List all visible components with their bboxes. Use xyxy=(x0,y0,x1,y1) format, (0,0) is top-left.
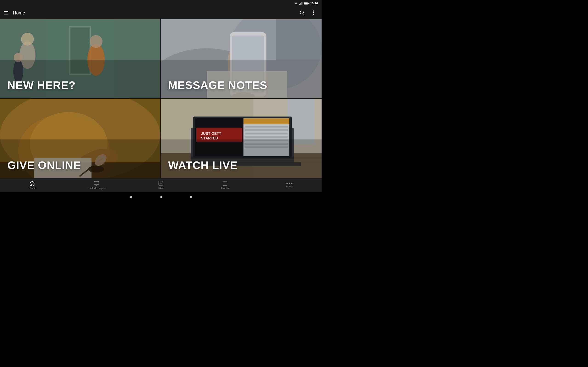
svg-point-8 xyxy=(300,11,303,14)
svg-line-9 xyxy=(303,14,305,15)
search-button[interactable] xyxy=(298,8,307,17)
svg-point-11 xyxy=(313,12,314,14)
svg-point-12 xyxy=(313,14,314,15)
recents-button[interactable]: ■ xyxy=(190,194,192,199)
svg-rect-2 xyxy=(301,2,301,5)
status-icons: 10:26 xyxy=(294,2,318,5)
svg-rect-1 xyxy=(300,3,301,5)
nav-events-label: Events xyxy=(221,187,229,190)
svg-rect-4 xyxy=(302,2,303,5)
status-time: 10:26 xyxy=(310,2,318,5)
nav-home-label: Home xyxy=(29,187,35,190)
back-button[interactable]: ◀ xyxy=(129,194,132,199)
monitor-icon xyxy=(94,181,99,186)
new-here-label: NEW HERE? xyxy=(7,79,76,92)
nav-about[interactable]: About xyxy=(257,181,321,189)
nav-about-label: About xyxy=(286,185,293,188)
message-notes-tile[interactable]: MESSAGE NOTES xyxy=(161,19,321,99)
svg-rect-0 xyxy=(299,4,300,5)
more-vertical-icon xyxy=(313,10,314,15)
svg-point-85 xyxy=(291,183,292,184)
more-dots-icon xyxy=(286,182,293,184)
svg-rect-7 xyxy=(304,2,308,4)
nav-bible-label: Bible xyxy=(158,187,164,190)
wifi-icon xyxy=(294,2,298,5)
signal-icon xyxy=(299,2,303,5)
svg-rect-79 xyxy=(223,182,227,186)
svg-rect-72 xyxy=(161,140,321,178)
watch-live-tile[interactable]: JUST GETT- STARTED WATCH LIVE xyxy=(161,99,321,178)
svg-rect-6 xyxy=(308,3,309,4)
nav-past-messages[interactable]: Past Messages xyxy=(64,179,129,191)
give-online-tile[interactable]: GIVE ONLINE xyxy=(0,99,161,178)
home-button[interactable]: ● xyxy=(160,194,162,199)
new-here-tile[interactable]: NEW HERE? xyxy=(0,19,161,99)
nav-past-messages-label: Past Messages xyxy=(88,187,105,190)
bottom-navigation: Home Past Messages Bible Events xyxy=(0,178,321,192)
calendar-icon xyxy=(222,181,228,186)
search-icon xyxy=(300,10,305,15)
nav-home[interactable]: Home xyxy=(0,179,64,191)
hamburger-menu-button[interactable] xyxy=(4,11,9,15)
more-options-button[interactable] xyxy=(309,8,318,17)
message-notes-label: MESSAGE NOTES xyxy=(168,79,267,92)
svg-rect-47 xyxy=(0,140,160,178)
svg-rect-3 xyxy=(301,2,302,5)
svg-rect-35 xyxy=(161,60,321,98)
svg-rect-24 xyxy=(0,60,160,98)
book-cross-icon xyxy=(158,181,164,186)
status-bar: 10:26 xyxy=(0,0,321,6)
battery-icon xyxy=(304,2,309,5)
svg-point-84 xyxy=(289,183,290,184)
content-grid: NEW HERE? MESSAGE NOTES xyxy=(0,19,321,178)
svg-rect-73 xyxy=(94,181,99,185)
give-online-label: GIVE ONLINE xyxy=(7,159,81,172)
app-bar: Home xyxy=(0,6,321,19)
app-bar-actions xyxy=(298,8,318,17)
nav-bible[interactable]: Bible xyxy=(129,179,193,191)
svg-point-83 xyxy=(286,183,288,184)
nav-events[interactable]: Events xyxy=(193,179,257,191)
home-icon xyxy=(29,181,35,186)
svg-point-10 xyxy=(313,10,314,12)
watch-live-label: WATCH LIVE xyxy=(168,159,237,172)
app-title: Home xyxy=(13,10,294,16)
system-navigation: ◀ ● ■ xyxy=(0,192,321,202)
